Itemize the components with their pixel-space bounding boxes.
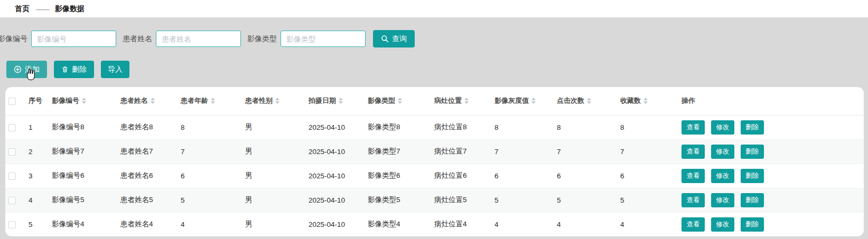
cell-image-type: 影像类型7 xyxy=(368,139,434,164)
row-view-button[interactable]: 查看 xyxy=(682,120,705,135)
row-view-button[interactable]: 查看 xyxy=(682,169,705,183)
cell-favorite-count: 4 xyxy=(620,212,682,236)
sort-caret-icon[interactable] xyxy=(211,98,215,104)
import-button[interactable]: 导入 xyxy=(101,61,129,78)
row-edit-button[interactable]: 修改 xyxy=(711,145,734,159)
cell-lesion-position: 病灶位置4 xyxy=(434,212,494,236)
cell-image-type: 影像类型4 xyxy=(368,212,434,236)
row-checkbox[interactable] xyxy=(8,221,16,228)
cell-patient-age: 6 xyxy=(181,164,245,188)
image-no-label: 影像编号 xyxy=(0,34,27,44)
row-view-button[interactable]: 查看 xyxy=(682,217,705,232)
cell-shoot-date: 2025-04-10 xyxy=(309,188,368,212)
image-type-input[interactable] xyxy=(281,31,366,47)
row-checkbox[interactable] xyxy=(8,124,16,131)
cell-patient-age: 8 xyxy=(181,115,245,139)
query-button[interactable]: 查询 xyxy=(373,30,415,47)
row-checkbox[interactable] xyxy=(8,148,16,156)
cell-index: 1 xyxy=(29,115,52,139)
image-no-input[interactable] xyxy=(31,31,116,47)
cell-lesion-position: 病灶位置8 xyxy=(434,115,494,139)
cell-image-no: 影像编号8 xyxy=(52,115,120,139)
cell-shoot-date: 2025-04-10 xyxy=(309,115,368,139)
column-header-gray-value: 影像灰度值 xyxy=(494,96,529,106)
cell-favorite-count: 7 xyxy=(620,139,682,164)
cell-click-count: 4 xyxy=(557,212,620,236)
sort-caret-icon[interactable] xyxy=(464,98,469,104)
breadcrumb-current: 影像数据 xyxy=(55,4,85,14)
column-header-lesion-position: 病灶位置 xyxy=(434,96,462,106)
table-row: 2 影像编号7 患者姓名7 7 男 2025-04-10 影像类型7 病灶位置7… xyxy=(5,139,864,164)
cell-shoot-date: 2025-04-10 xyxy=(309,212,368,236)
breadcrumb: 首页 —— 影像数据 xyxy=(15,4,85,14)
row-view-button[interactable]: 查看 xyxy=(682,193,705,207)
cell-image-no: 影像编号5 xyxy=(52,188,120,212)
cell-patient-name: 患者姓名6 xyxy=(120,164,181,188)
row-delete-button[interactable]: 删除 xyxy=(741,193,764,207)
cell-lesion-position: 病灶位置7 xyxy=(434,139,494,164)
cell-image-no: 影像编号6 xyxy=(52,164,120,188)
cell-image-type: 影像类型5 xyxy=(368,188,434,212)
search-bar: 影像编号 患者姓名 影像类型 查询 xyxy=(0,30,868,47)
row-checkbox[interactable] xyxy=(8,173,16,180)
cell-click-count: 7 xyxy=(557,139,620,164)
search-icon xyxy=(381,35,389,43)
column-header-index: 序号 xyxy=(29,96,42,106)
row-delete-button[interactable]: 删除 xyxy=(741,145,764,159)
search-field-patient-name: 患者姓名 xyxy=(123,31,241,47)
patient-name-input[interactable] xyxy=(156,31,241,47)
trash-icon xyxy=(61,65,69,73)
search-field-image-no: 影像编号 xyxy=(0,31,116,47)
column-header-image-type: 影像类型 xyxy=(368,96,395,106)
sort-caret-icon[interactable] xyxy=(339,98,343,104)
cell-patient-name: 患者姓名5 xyxy=(120,188,181,212)
cell-image-type: 影像类型6 xyxy=(368,164,434,188)
cell-index: 5 xyxy=(29,212,52,236)
sort-caret-icon[interactable] xyxy=(587,98,591,104)
row-edit-button[interactable]: 修改 xyxy=(711,217,734,232)
select-all-checkbox[interactable] xyxy=(8,98,16,105)
table-row: 1 影像编号8 患者姓名8 8 男 2025-04-10 影像类型8 病灶位置8… xyxy=(5,115,864,139)
sort-caret-icon[interactable] xyxy=(531,98,536,104)
cell-gray-value: 5 xyxy=(494,188,557,212)
delete-button[interactable]: 删除 xyxy=(54,61,94,78)
row-delete-button[interactable]: 删除 xyxy=(741,217,764,232)
cell-gray-value: 4 xyxy=(494,212,557,236)
cell-index: 2 xyxy=(29,139,52,164)
row-delete-button[interactable]: 删除 xyxy=(741,169,764,183)
row-view-button[interactable]: 查看 xyxy=(682,145,705,159)
cell-patient-gender: 男 xyxy=(245,212,309,236)
cell-click-count: 6 xyxy=(557,164,620,188)
patient-name-label: 患者姓名 xyxy=(123,34,152,44)
cell-index: 3 xyxy=(29,164,52,188)
add-button[interactable]: 添加 xyxy=(6,61,47,78)
table-header-row: 序号 影像编号 患者姓名 患者年龄 患者性别 拍摄日期 影像类型 病灶位置 影像… xyxy=(5,87,864,115)
cell-gray-value: 7 xyxy=(494,139,557,164)
row-delete-button[interactable]: 删除 xyxy=(741,120,764,135)
sort-caret-icon[interactable] xyxy=(82,98,86,104)
column-header-patient-name: 患者姓名 xyxy=(120,96,148,106)
cell-image-no: 影像编号4 xyxy=(52,212,120,236)
sort-caret-icon[interactable] xyxy=(398,98,402,104)
cell-gray-value: 6 xyxy=(494,164,557,188)
cell-favorite-count: 6 xyxy=(620,164,682,188)
sort-caret-icon[interactable] xyxy=(275,98,279,104)
add-button-label: 添加 xyxy=(25,65,40,74)
data-table-card: 序号 影像编号 患者姓名 患者年龄 患者性别 拍摄日期 影像类型 病灶位置 影像… xyxy=(5,87,864,236)
cell-patient-name: 患者姓名4 xyxy=(120,212,181,236)
cell-patient-gender: 男 xyxy=(245,188,309,212)
row-edit-button[interactable]: 修改 xyxy=(711,120,734,135)
column-header-operations: 操作 xyxy=(682,96,695,106)
cell-image-no: 影像编号7 xyxy=(52,139,120,164)
column-header-patient-age: 患者年龄 xyxy=(181,96,208,106)
table-row: 3 影像编号6 患者姓名6 6 男 2025-04-10 影像类型6 病灶位置6… xyxy=(5,164,864,188)
topbar: 首页 —— 影像数据 xyxy=(0,0,868,17)
breadcrumb-home[interactable]: 首页 xyxy=(15,4,30,14)
plus-circle-icon xyxy=(14,65,22,73)
row-edit-button[interactable]: 修改 xyxy=(711,169,734,183)
row-checkbox[interactable] xyxy=(8,197,16,204)
row-edit-button[interactable]: 修改 xyxy=(711,193,734,207)
cell-favorite-count: 8 xyxy=(620,115,682,139)
sort-caret-icon[interactable] xyxy=(151,98,155,104)
sort-caret-icon[interactable] xyxy=(643,98,648,104)
